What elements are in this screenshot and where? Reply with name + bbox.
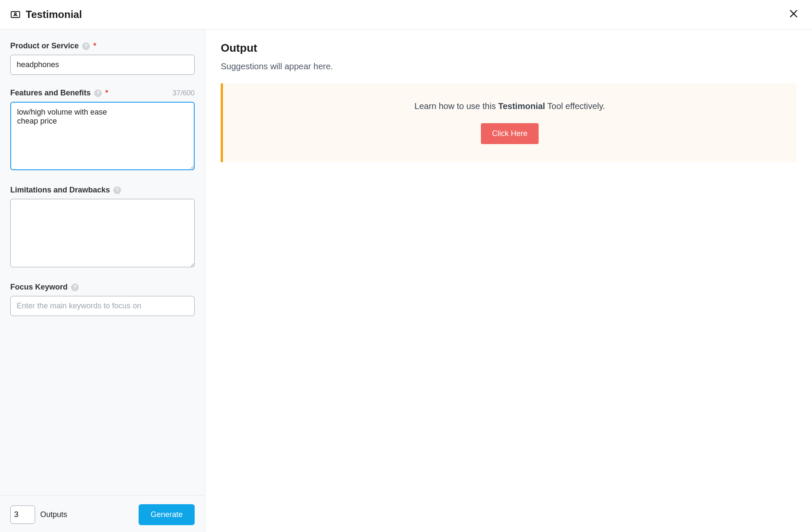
product-label-row: Product or Service ? *	[10, 41, 195, 50]
output-title: Output	[221, 41, 797, 55]
product-input[interactable]	[10, 55, 195, 75]
main-panel: Output Suggestions will appear here. Lea…	[205, 30, 812, 532]
click-here-button[interactable]: Click Here	[481, 123, 539, 144]
focus-label: Focus Keyword ?	[10, 283, 79, 292]
help-icon[interactable]: ?	[94, 89, 102, 97]
features-field-group: Features and Benefits ? * 37/600	[10, 89, 195, 172]
output-subtitle: Suggestions will appear here.	[221, 62, 797, 71]
close-button[interactable]	[785, 7, 802, 22]
content: Product or Service ? * Features and Bene…	[0, 30, 812, 532]
limitations-textarea[interactable]	[10, 199, 195, 267]
focus-label-text: Focus Keyword	[10, 283, 68, 292]
features-label-text: Features and Benefits	[10, 89, 91, 98]
required-marker: *	[105, 89, 108, 98]
product-field-group: Product or Service ? *	[10, 41, 195, 75]
form-area: Product or Service ? * Features and Bene…	[0, 30, 205, 495]
page-title: Testimonial	[26, 9, 82, 21]
callout-text: Learn how to use this Testimonial Tool e…	[236, 101, 784, 111]
required-marker: *	[93, 41, 96, 50]
header-left: Testimonial	[10, 9, 82, 21]
focus-field-group: Focus Keyword ?	[10, 283, 195, 316]
outputs-count-input[interactable]	[10, 505, 35, 524]
features-counter: 37/600	[172, 89, 195, 98]
outputs-group: Outputs	[10, 505, 67, 524]
footer-bar: Outputs Generate	[0, 495, 205, 532]
testimonial-icon	[10, 9, 21, 20]
svg-point-1	[15, 13, 16, 15]
features-textarea[interactable]	[10, 102, 195, 170]
limitations-label-text: Limitations and Drawbacks	[10, 186, 110, 195]
help-icon[interactable]: ?	[71, 284, 79, 291]
limitations-label: Limitations and Drawbacks ?	[10, 186, 121, 195]
help-icon[interactable]: ?	[82, 42, 90, 50]
product-label: Product or Service ? *	[10, 41, 96, 50]
focus-input[interactable]	[10, 296, 195, 316]
generate-button[interactable]: Generate	[139, 504, 195, 525]
product-label-text: Product or Service	[10, 41, 79, 50]
limitations-field-group: Limitations and Drawbacks ?	[10, 186, 195, 269]
features-label-row: Features and Benefits ? * 37/600	[10, 89, 195, 98]
outputs-label: Outputs	[40, 510, 67, 519]
callout-bold: Testimonial	[498, 101, 545, 111]
features-label: Features and Benefits ? *	[10, 89, 108, 98]
header: Testimonial	[0, 0, 812, 30]
help-icon[interactable]: ?	[113, 186, 121, 194]
limitations-label-row: Limitations and Drawbacks ?	[10, 186, 195, 195]
callout-suffix: Tool effectively.	[545, 101, 605, 111]
sidebar: Product or Service ? * Features and Bene…	[0, 30, 205, 532]
callout-box: Learn how to use this Testimonial Tool e…	[221, 83, 797, 162]
focus-label-row: Focus Keyword ?	[10, 283, 195, 292]
callout-prefix: Learn how to use this	[415, 101, 498, 111]
close-icon	[789, 8, 798, 21]
